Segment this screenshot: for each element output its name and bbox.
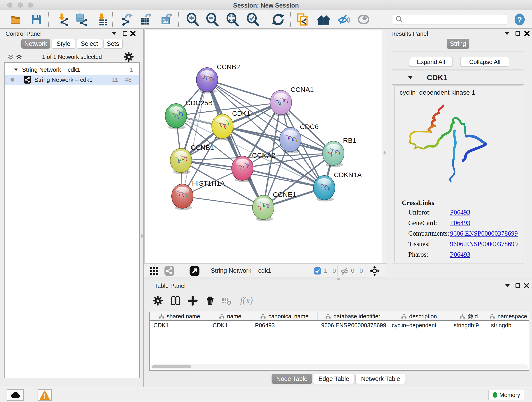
column-header-name[interactable]: name [209, 312, 251, 320]
column-header-shared-name[interactable]: shared name [150, 312, 209, 320]
column-header-namespace[interactable]: namespace [487, 312, 529, 320]
table-header-row[interactable]: shared namenamecanonical namedatabase id… [150, 312, 529, 321]
network-share-icon[interactable] [164, 266, 175, 276]
crosslink-compartments-link[interactable]: 9606.ENSP00000378699 [450, 230, 518, 237]
network-graph[interactable]: CCNB2CCNA1CDC25BCDK1CDC6RB1CCNB1CCNA2CDK… [145, 30, 382, 263]
column-header-database-identifier[interactable]: database identifier [317, 312, 388, 320]
network-collection-row[interactable]: String Network – cdk1 1 [5, 65, 139, 75]
new-network-from-selection-icon[interactable] [297, 13, 309, 26]
splitter-handle[interactable] [337, 278, 341, 280]
panel-splitter-strip[interactable] [382, 30, 387, 263]
network-node-RB1[interactable]: RB1 [323, 137, 356, 167]
network-edge[interactable] [207, 80, 263, 207]
table-cell[interactable]: CDK1 [150, 321, 209, 330]
gene-section-header[interactable]: CDK1 [392, 71, 524, 85]
column-header-canonical-name[interactable]: canonical name [251, 312, 317, 320]
search-input[interactable] [403, 16, 501, 23]
memory-button[interactable]: Memory [488, 390, 524, 400]
network-row-selected[interactable]: String Network – cdk1 11 48 [5, 75, 139, 85]
import-network-from-file-icon[interactable] [56, 13, 69, 26]
column-header-@id[interactable]: @id [450, 312, 487, 320]
tab-node-table[interactable]: Node Table [272, 374, 312, 384]
zoom-selected-icon[interactable] [246, 13, 259, 26]
network-node-CCNA1[interactable]: CCNA1 [270, 86, 314, 116]
expand-all-networks-icon[interactable] [7, 53, 15, 61]
tab-sets[interactable]: Sets [103, 39, 123, 49]
table-row[interactable]: CDK1CDK1P064939606.ENSP00000378699cyclin… [150, 321, 529, 330]
import-table-from-file-icon[interactable] [95, 13, 108, 26]
results-panel-float-icon[interactable] [515, 31, 520, 36]
hide-selected-icon[interactable] [337, 13, 350, 26]
table-cell[interactable]: 9606.ENSP00000378699 [317, 321, 388, 330]
results-panel-menu-icon[interactable] [505, 32, 509, 35]
help-icon[interactable]: ? [513, 13, 526, 26]
table-panel-splitter[interactable] [144, 278, 532, 281]
horizontal-scrollbar[interactable] [151, 364, 528, 369]
birdseye-crosshair-icon[interactable] [369, 266, 380, 276]
delete-column-icon[interactable] [205, 296, 215, 306]
table-cell[interactable]: CDK1 [209, 321, 251, 330]
export-image-icon[interactable] [160, 13, 173, 26]
network-node-CCNB2[interactable]: CCNB2 [196, 63, 240, 94]
table-cell[interactable]: cyclin–dependent ... [388, 321, 450, 330]
network-node-CDKN1A[interactable]: CDKN1A [313, 171, 362, 201]
hidden-counts: 0 - 0 [351, 267, 363, 274]
network-edge[interactable] [207, 80, 281, 102]
crosslink-uniprot-link[interactable]: P06493 [450, 209, 470, 216]
export-network-icon[interactable] [120, 13, 133, 26]
tree-expand-icon[interactable] [14, 68, 18, 71]
tab-edge-table[interactable]: Edge Table [313, 374, 355, 384]
control-panel-menu-icon[interactable] [112, 32, 116, 35]
tab-style[interactable]: Style [51, 39, 75, 49]
cloud-button[interactable] [7, 389, 24, 401]
detach-view-icon[interactable] [189, 266, 200, 276]
splitter-handle[interactable] [141, 234, 143, 238]
scrollbar-thumb[interactable] [152, 365, 191, 368]
node-label: CCNB1 [191, 144, 214, 151]
save-session-icon[interactable] [30, 13, 43, 26]
collapse-all-button[interactable]: Collapse All [460, 57, 509, 67]
tab-network[interactable]: Network [21, 39, 50, 49]
node-label: RB1 [343, 137, 356, 144]
network-node-CCNE1[interactable]: CCNE1 [253, 191, 296, 221]
table-panel-float-icon[interactable] [515, 283, 520, 288]
show-columns-icon[interactable] [171, 296, 181, 306]
control-panel-float-icon[interactable] [123, 31, 127, 36]
show-all-icon[interactable] [357, 13, 370, 26]
table-settings-gear-icon[interactable] [153, 296, 163, 306]
crosslink-pharos-link[interactable]: P06493 [450, 251, 470, 258]
results-panel-close-icon[interactable] [524, 30, 530, 37]
tab-select[interactable]: Select [77, 39, 102, 49]
warnings-button[interactable] [38, 389, 52, 401]
collapse-all-networks-icon[interactable] [15, 53, 23, 61]
import-network-from-database-icon[interactable] [75, 13, 88, 26]
crosslink-tissues-link[interactable]: 9606.ENSP00000378699 [450, 240, 518, 248]
table-cell[interactable]: stringdb [487, 321, 529, 330]
tab-string[interactable]: String [447, 39, 469, 49]
zoom-in-icon[interactable] [186, 13, 199, 26]
grid-view-icon[interactable] [150, 266, 159, 275]
table-cell[interactable]: stringdb:9... [450, 321, 487, 330]
gene-collapse-icon[interactable] [408, 76, 413, 79]
open-session-icon[interactable] [10, 13, 22, 26]
table-panel-menu-icon[interactable] [505, 284, 510, 287]
export-table-icon[interactable] [139, 13, 152, 26]
add-column-icon[interactable] [188, 296, 198, 306]
crosslink-genecard-link[interactable]: P06493 [450, 219, 470, 227]
column-header-description[interactable]: description [388, 312, 450, 320]
tab-network-table[interactable]: Network Table [355, 374, 406, 384]
expand-all-button[interactable]: Expand All [409, 57, 453, 67]
control-panel-close-icon[interactable] [130, 30, 136, 37]
zoom-out-icon[interactable] [206, 13, 219, 26]
splitter-handle[interactable] [384, 151, 386, 154]
selected-checkbox-icon[interactable] [314, 267, 321, 274]
network-canvas[interactable]: CCNB2CCNA1CDC25BCDK1CDC6RB1CCNB1CCNA2CDK… [144, 30, 382, 263]
network-node-HIST1H1A[interactable]: HIST1H1A [172, 179, 225, 210]
zoom-fit-icon[interactable] [226, 13, 239, 26]
table-panel-close-icon[interactable] [523, 282, 530, 289]
first-neighbors-icon[interactable] [317, 13, 330, 26]
table-cell[interactable]: P06493 [251, 321, 317, 330]
refresh-icon[interactable] [272, 13, 285, 26]
gear-icon[interactable] [124, 52, 134, 62]
network-edge[interactable] [182, 196, 263, 207]
